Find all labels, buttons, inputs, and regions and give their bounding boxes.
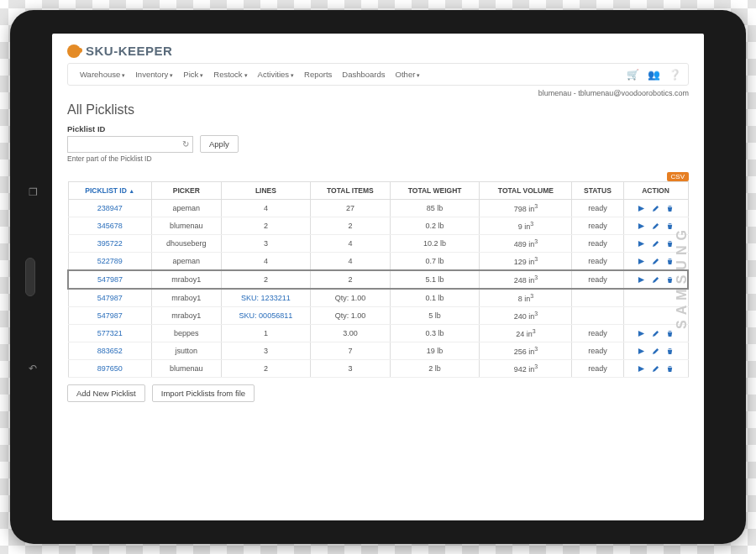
lines-cell: 2: [221, 270, 310, 289]
volume-cell: 24 in3: [480, 325, 572, 342]
delete-icon[interactable]: [666, 240, 674, 248]
lines-cell: 2: [221, 217, 310, 235]
lines-cell: 3: [221, 342, 310, 360]
delete-icon[interactable]: [666, 365, 674, 373]
edit-icon[interactable]: [652, 240, 659, 248]
status-cell: ready: [572, 235, 623, 253]
apply-button[interactable]: Apply: [200, 135, 239, 153]
weight-cell: 0.1 lb: [390, 289, 480, 307]
sku-link[interactable]: SKU: 1233211: [221, 289, 310, 307]
delete-icon[interactable]: [666, 205, 674, 212]
back-icon[interactable]: ↶: [29, 363, 37, 374]
picklist-id-link[interactable]: 883652: [68, 342, 151, 360]
edit-icon[interactable]: [652, 365, 659, 373]
table-row: 883652jsutton3719 lb256 in3ready: [68, 342, 688, 360]
weight-cell: 0.7 lb: [390, 253, 480, 271]
refresh-icon[interactable]: ↻: [182, 139, 189, 149]
cart-icon[interactable]: 🛒: [627, 69, 639, 81]
col-action[interactable]: ACTION: [623, 182, 688, 200]
users-icon[interactable]: 👥: [648, 69, 660, 81]
action-cell: [623, 200, 688, 217]
edit-icon[interactable]: [652, 205, 659, 212]
col-total-weight[interactable]: TOTAL WEIGHT: [390, 182, 480, 200]
play-icon[interactable]: [638, 348, 645, 355]
delete-icon[interactable]: [666, 330, 674, 337]
weight-cell: 10.2 lb: [390, 235, 480, 253]
nav-dashboards[interactable]: Dashboards: [337, 67, 390, 81]
items-cell: 2: [311, 217, 391, 235]
sku-link[interactable]: SKU: 00056811: [221, 307, 310, 325]
edit-icon[interactable]: [652, 258, 659, 265]
nav-reports[interactable]: Reports: [299, 67, 337, 81]
edit-icon[interactable]: [652, 222, 659, 230]
picklist-id-input[interactable]: ↻: [67, 136, 193, 153]
items-cell: 27: [311, 200, 391, 217]
picker-cell: mraboy1: [151, 289, 221, 307]
chevron-down-icon: ▾: [244, 72, 248, 78]
play-icon[interactable]: [638, 276, 645, 284]
volume-cell: 489 in3: [480, 235, 572, 253]
col-total-items[interactable]: TOTAL ITEMS: [311, 182, 391, 200]
brand-logo-icon: [67, 44, 81, 58]
items-cell: 7: [311, 342, 391, 360]
play-icon[interactable]: [638, 240, 645, 248]
col-status[interactable]: STATUS: [572, 182, 623, 200]
table-row: 547987mraboy1225.1 lb248 in3ready: [68, 270, 688, 289]
table-row: 345678blumenau220.2 lb9 in3ready: [68, 217, 688, 235]
brand-name: SKU-KEEPER: [86, 44, 172, 58]
help-icon[interactable]: ❔: [669, 69, 681, 81]
picklist-id-link[interactable]: 547987: [68, 289, 151, 307]
play-icon[interactable]: [638, 222, 645, 230]
table-row: 897650blumenau232 lb942 in3ready: [68, 360, 688, 378]
tablet-frame: SAMSUNG ❐ ↶ SKU-KEEPER Warehouse▾Invento…: [10, 10, 746, 544]
edit-icon[interactable]: [652, 348, 659, 355]
delete-icon[interactable]: [666, 348, 674, 355]
play-icon[interactable]: [638, 258, 645, 265]
picklist-id-link[interactable]: 345678: [68, 217, 151, 235]
picklist-id-link[interactable]: 522789: [68, 253, 151, 271]
nav-activities[interactable]: Activities▾: [253, 67, 299, 81]
qty-cell: Qty: 1.00: [311, 307, 391, 325]
col-lines[interactable]: LINES: [221, 182, 310, 200]
filter-label: Picklist ID: [67, 124, 689, 133]
home-button[interactable]: [25, 258, 35, 296]
picklist-id-link[interactable]: 577321: [68, 325, 151, 342]
col-total-volume[interactable]: TOTAL VOLUME: [480, 182, 572, 200]
play-icon[interactable]: [638, 205, 645, 212]
delete-icon[interactable]: [666, 258, 674, 265]
play-icon[interactable]: [638, 330, 645, 337]
status-cell: [572, 307, 623, 325]
nav-pick[interactable]: Pick▾: [178, 67, 208, 81]
add-picklist-button[interactable]: Add New Picklist: [67, 384, 145, 402]
nav-warehouse[interactable]: Warehouse▾: [75, 67, 130, 81]
svg-marker-5: [638, 330, 644, 336]
nav-other[interactable]: Other▾: [391, 67, 426, 81]
play-icon[interactable]: [638, 365, 645, 373]
delete-icon[interactable]: [666, 276, 674, 284]
import-picklists-button[interactable]: Import Picklists from file: [152, 384, 255, 402]
picklist-id-link[interactable]: 547987: [68, 270, 151, 289]
edit-icon[interactable]: [652, 276, 659, 284]
picklist-id-link[interactable]: 547987: [68, 307, 151, 325]
table-row: 577321beppes13.000.3 lb24 in3ready: [68, 325, 688, 342]
col-picklist-id[interactable]: PICKLIST ID ▲: [68, 182, 151, 200]
nav-restock[interactable]: Restock▾: [208, 67, 252, 81]
volume-cell: 256 in3: [480, 342, 572, 360]
status-cell: [572, 289, 623, 307]
picklist-id-link[interactable]: 395722: [68, 235, 151, 253]
picklist-id-link[interactable]: 238947: [68, 200, 151, 217]
delete-icon[interactable]: [666, 222, 674, 230]
items-cell: 4: [311, 253, 391, 271]
col-picker[interactable]: PICKER: [151, 182, 221, 200]
lines-cell: 4: [221, 253, 310, 271]
export-csv-button[interactable]: CSV: [667, 172, 689, 181]
items-cell: 3.00: [311, 325, 391, 342]
picklist-id-link[interactable]: 897650: [68, 360, 151, 378]
picker-cell: dhouseberg: [151, 235, 221, 253]
recent-apps-icon[interactable]: ❐: [29, 186, 38, 198]
edit-icon[interactable]: [652, 330, 659, 337]
picker-cell: jsutton: [151, 342, 221, 360]
action-cell: [623, 360, 688, 378]
weight-cell: 19 lb: [390, 342, 480, 360]
nav-inventory[interactable]: Inventory▾: [130, 67, 178, 81]
